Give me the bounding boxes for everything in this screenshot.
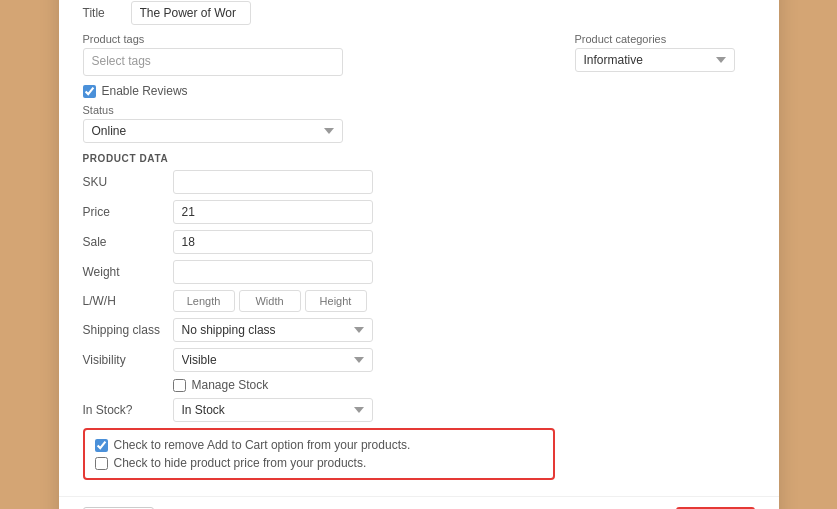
- sku-input[interactable]: [173, 170, 373, 194]
- visibility-label: Visibility: [83, 353, 173, 367]
- manage-stock-checkbox[interactable]: [173, 379, 186, 392]
- option2-row: Check to hide product price from your pr…: [95, 456, 543, 470]
- option1-label: Check to remove Add to Cart option from …: [114, 438, 411, 452]
- in-stock-label: In Stock?: [83, 403, 173, 417]
- in-stock-select[interactable]: In Stock Out of Stock: [173, 398, 373, 422]
- right-column: Product categories Informative Education…: [575, 33, 755, 480]
- manage-stock-row: Manage Stock: [173, 378, 555, 392]
- enable-reviews-checkbox[interactable]: [83, 85, 96, 98]
- visibility-row: Visibility Visible Hidden: [83, 348, 555, 372]
- sale-row: Sale: [83, 230, 555, 254]
- title-row: Title: [83, 1, 755, 25]
- product-tags-group: Product tags Select tags: [83, 33, 555, 76]
- product-data-section: PRODUCT DATA SKU Price Sale Weig: [83, 153, 555, 480]
- weight-label: Weight: [83, 265, 173, 279]
- shipping-class-label: Shipping class: [83, 323, 173, 337]
- weight-row: Weight: [83, 260, 555, 284]
- sku-row: SKU: [83, 170, 555, 194]
- enable-reviews-label: Enable Reviews: [102, 84, 188, 98]
- option2-label: Check to hide product price from your pr…: [114, 456, 367, 470]
- select-tags-input[interactable]: Select tags: [83, 48, 343, 76]
- lwh-row: L/W/H: [83, 290, 555, 312]
- checked-options-box: Check to remove Add to Cart option from …: [83, 428, 555, 480]
- length-input[interactable]: [173, 290, 235, 312]
- product-data-label: PRODUCT DATA: [83, 153, 555, 164]
- main-form-area: Product tags Select tags Enable Reviews …: [83, 33, 755, 480]
- price-label: Price: [83, 205, 173, 219]
- status-select[interactable]: Online Draft Private: [83, 119, 343, 143]
- categories-label: Product categories: [575, 33, 755, 45]
- modal-footer: Cancel Update: [59, 496, 779, 509]
- width-input[interactable]: [239, 290, 301, 312]
- manage-stock-label: Manage Stock: [192, 378, 269, 392]
- status-group: Status Online Draft Private: [83, 104, 555, 143]
- option1-row: Check to remove Add to Cart option from …: [95, 438, 543, 452]
- shipping-class-row: Shipping class No shipping class: [83, 318, 555, 342]
- select-tags-placeholder: Select tags: [92, 54, 151, 68]
- modal-body: QUICK EDIT Title Product tags Select tag…: [59, 0, 779, 496]
- lwh-inputs: [173, 290, 367, 312]
- visibility-select[interactable]: Visible Hidden: [173, 348, 373, 372]
- quick-edit-modal: QUICK EDIT Title Product tags Select tag…: [59, 0, 779, 509]
- categories-select[interactable]: Informative Educational Fiction: [575, 48, 735, 72]
- sale-label: Sale: [83, 235, 173, 249]
- in-stock-row: In Stock? In Stock Out of Stock: [83, 398, 555, 422]
- status-label: Status: [83, 104, 555, 116]
- price-row: Price: [83, 200, 555, 224]
- title-input[interactable]: [131, 1, 251, 25]
- option1-checkbox[interactable]: [95, 439, 108, 452]
- price-input[interactable]: [173, 200, 373, 224]
- lwh-label: L/W/H: [83, 294, 173, 308]
- sku-label: SKU: [83, 175, 173, 189]
- product-tags-label: Product tags: [83, 33, 555, 45]
- weight-input[interactable]: [173, 260, 373, 284]
- categories-group: Product categories Informative Education…: [575, 33, 755, 72]
- option2-checkbox[interactable]: [95, 457, 108, 470]
- sale-input[interactable]: [173, 230, 373, 254]
- shipping-class-select[interactable]: No shipping class: [173, 318, 373, 342]
- height-input[interactable]: [305, 290, 367, 312]
- left-column: Product tags Select tags Enable Reviews …: [83, 33, 555, 480]
- enable-reviews-row: Enable Reviews: [83, 84, 555, 98]
- title-label: Title: [83, 6, 123, 20]
